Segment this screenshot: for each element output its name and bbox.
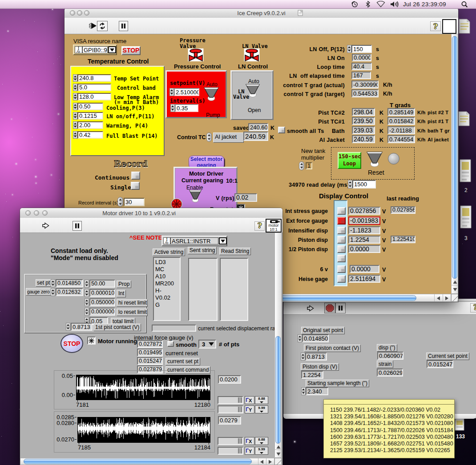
read-string-list[interactable] [220, 258, 248, 321]
interval-field[interactable]: 0.35 [175, 104, 198, 112]
bluetooth-icon[interactable] [366, 1, 370, 8]
loop-indicator-lamp[interactable] [388, 153, 399, 164]
volume-icon[interactable] [390, 1, 399, 8]
scrollbox-grip-icon[interactable] [238, 448, 242, 453]
w1-scroll-up-arrow[interactable] [453, 280, 457, 284]
y-format-button[interactable]: 9.99 [255, 405, 268, 413]
log-string-indicator[interactable]: 1150 239.76/1.1482/-2.0233/0.020360 V0.0… [323, 399, 455, 458]
gauge-zero-field[interactable]: 0.012632 [56, 288, 83, 296]
stop-button[interactable]: STOP [121, 46, 141, 55]
ln-onoff-field[interactable]: 0.1215 [77, 112, 103, 120]
full-blast-spinner[interactable] [73, 131, 77, 139]
w2-visa-combo[interactable]: I⁄o ASRL1::INSTR [161, 236, 227, 246]
record-interval-field[interactable]: 30 [124, 198, 145, 206]
w3-run-icon[interactable] [307, 305, 315, 312]
desktop-file-label-133[interactable]: 133 [456, 433, 465, 440]
ext-force-display-button[interactable] [337, 217, 346, 224]
piston-display-button[interactable] [337, 236, 346, 244]
starting-sample-length-field[interactable]: 2.340 [306, 387, 328, 395]
loop-reset-switch[interactable] [366, 151, 383, 167]
prop-field[interactable]: 50.00 [89, 280, 115, 288]
w1-scroll-down-arrow[interactable] [453, 288, 457, 292]
pressure-valve-icon[interactable] [188, 48, 204, 61]
desktop-file-icon-3[interactable] [460, 205, 472, 228]
menubar-clock[interactable]: Jul 26 23:39:09 [403, 1, 446, 8]
time-machine-icon[interactable] [351, 1, 359, 8]
w1-resize-grip[interactable] [451, 294, 458, 302]
scrollbox-grip-icon[interactable] [238, 407, 242, 412]
int-spinner[interactable] [85, 289, 89, 297]
w1-vertical-scrollbar[interactable] [451, 34, 458, 294]
int-field[interactable]: 0.000010 [89, 289, 115, 297]
prop-spinner[interactable] [85, 280, 89, 288]
desktop-file-icon-1[interactable] [459, 19, 470, 34]
new-tank-field[interactable]: 1 [306, 162, 312, 169]
w3-abort-button[interactable] [324, 303, 335, 313]
hi-reset-field[interactable]: 0.050000 [89, 298, 115, 306]
continuous-button[interactable] [131, 172, 140, 180]
loop-150-button[interactable]: 150-sec Loop [338, 152, 361, 169]
y-scale-lock-icon[interactable]: Y [245, 405, 254, 413]
visa-combo[interactable]: I⁄o GPIB0::9: [73, 44, 117, 55]
temp-set-point-spinner[interactable] [73, 74, 77, 82]
x-format-button2[interactable]: 8.88 [255, 437, 268, 445]
control-band-spinner[interactable] [73, 84, 77, 91]
motor-running-indicator[interactable] [87, 337, 96, 345]
visa-dropdown[interactable] [108, 46, 116, 53]
lo-reset-field[interactable]: 0.000000 [89, 308, 115, 316]
w3-help-button[interactable]: ? [470, 303, 476, 313]
heise-display-button[interactable] [337, 275, 346, 283]
record-interval-spinner[interactable] [117, 197, 123, 207]
control-tc-spinner[interactable] [206, 132, 212, 142]
w2-scroll-down-arrow[interactable] [276, 452, 281, 456]
w1-vscroll-thumb[interactable] [452, 36, 457, 279]
desktop-file-label-3[interactable]: 3 [464, 235, 468, 241]
desktop-file-label-2[interactable]: 2 [464, 187, 468, 193]
w2-scroll-right-arrow[interactable] [268, 460, 272, 464]
wifi-icon[interactable] [376, 1, 386, 8]
control-tc-selector[interactable]: Al jacket [213, 132, 244, 143]
ln-off-spinner[interactable] [347, 45, 351, 53]
warming-spinner[interactable] [73, 121, 77, 129]
w2-visa-value[interactable]: ASRL1::INSTR [170, 237, 218, 245]
x-format-button[interactable]: 8.88 [255, 396, 268, 404]
npts-selector[interactable]: 3 [198, 340, 216, 349]
w2-resize-grip[interactable] [274, 458, 282, 465]
set-pt-field[interactable]: 0.014850 [56, 279, 83, 287]
w1-scroll-right-arrow[interactable] [445, 296, 449, 301]
enable-switch[interactable] [189, 189, 202, 203]
first-piston-contact-field[interactable]: 0.8713 [305, 353, 327, 361]
pressure-valve-switch[interactable] [203, 87, 219, 101]
w2-visa-dropdown[interactable] [219, 237, 227, 245]
ln-onoff-spinner[interactable] [73, 112, 77, 120]
full-blast-field[interactable]: 0.42 [77, 131, 103, 139]
spotlight-icon[interactable] [461, 1, 468, 8]
sent-string-list[interactable] [188, 258, 218, 321]
control-band-field[interactable]: 5.0 [77, 84, 111, 91]
low-temp-alarm-spinner[interactable] [73, 93, 77, 100]
int-stress-display-button[interactable] [337, 207, 346, 215]
x-scale-lock-icon[interactable]: X [245, 396, 254, 404]
spare-display-button[interactable] [337, 255, 346, 262]
active-string-list[interactable]: LD3MCA10MR200H-V0.02G [153, 257, 181, 321]
cooling-spinner[interactable] [73, 103, 77, 110]
low-temp-alarm-field[interactable]: 128.0 [77, 93, 111, 100]
warming-field[interactable]: 2.00 [77, 121, 103, 129]
w2-horizontal-scrollbar[interactable] [20, 458, 274, 465]
y-format-button2[interactable]: 9.99 [255, 447, 268, 455]
new-tank-spinner[interactable] [299, 161, 304, 170]
intensifier-display-button[interactable] [337, 227, 346, 234]
setpoint-spinner[interactable] [169, 88, 174, 96]
desktop-file-icon-2[interactable] [460, 159, 471, 182]
w3-pause-button[interactable] [335, 303, 346, 313]
smooth-button[interactable] [167, 341, 174, 347]
read-delay-field[interactable]: 1500 [352, 180, 376, 188]
setpoint-field[interactable]: 2.510000 [174, 88, 199, 96]
hi-reset-spinner[interactable] [85, 298, 89, 306]
w2-hscroll-thumb[interactable] [24, 459, 252, 464]
read-delay-spinner[interactable] [348, 180, 352, 188]
w2-scroll-up-arrow[interactable] [276, 445, 281, 449]
scrollbox-grip-icon[interactable] [238, 438, 242, 444]
pist-contact-field[interactable]: 0.8713 [71, 323, 93, 331]
w2-vertical-scrollbar[interactable] [274, 232, 282, 458]
